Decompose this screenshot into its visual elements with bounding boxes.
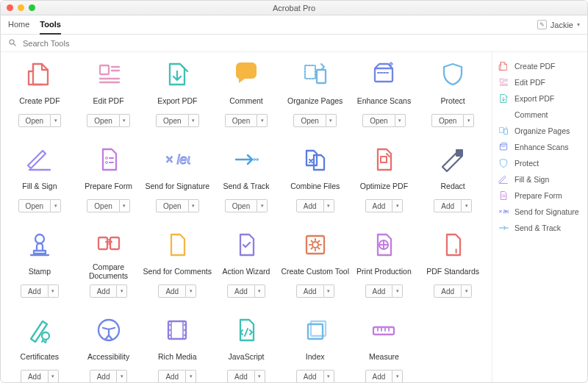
tool-stamp: StampAdd▾ (5, 230, 74, 298)
gear-icon (301, 230, 330, 259)
tool-label: Export PDF (157, 93, 197, 110)
sidebar-item-edit-pdf[interactable]: Edit PDF (497, 74, 583, 90)
tool-pdf-standards: PDF StandardsAdd▾ (418, 230, 487, 298)
tool-action-button[interactable]: Open (18, 199, 51, 212)
search-input[interactable] (23, 39, 580, 48)
tool-label: Combine Files (290, 179, 340, 195)
top-nav: Home Tools ✎ Jackie ▾ (1, 15, 587, 35)
tool-action-menu[interactable]: ▾ (117, 284, 127, 298)
tab-home[interactable]: Home (8, 15, 29, 35)
tool-action-button[interactable]: Open (87, 199, 119, 212)
edit-pdf-icon (498, 77, 509, 87)
tool-action-menu[interactable]: ▾ (255, 284, 265, 298)
tool-action-menu[interactable]: ▾ (324, 284, 334, 298)
tool-action-button[interactable]: Open (225, 114, 257, 127)
tool-action-button[interactable]: Add (158, 284, 186, 298)
tool-action-button[interactable]: Add (21, 284, 49, 298)
tool-custom-tool: Create Custom ToolAdd▾ (281, 230, 350, 298)
tool-enhance-scans: Enhance ScansOpen▾ (350, 60, 419, 127)
tool-label: Stamp (29, 264, 51, 280)
tool-action-button[interactable]: Add (158, 370, 186, 383)
window-title: Acrobat Pro (1, 4, 587, 12)
tool-action-menu[interactable]: ▾ (189, 199, 199, 212)
sidebar-item-prepare-form[interactable]: Prepare Form (497, 187, 583, 204)
tool-action-menu[interactable]: ▾ (392, 370, 403, 383)
redact-icon (438, 145, 467, 174)
sidebar-item-send-signature[interactable]: Send for Signature (497, 204, 583, 220)
tool-label: Measure (369, 349, 399, 365)
tool-action-button[interactable]: Open (18, 114, 51, 127)
sidebar-item-send-track[interactable]: Send & Track (497, 220, 583, 236)
tool-action-menu[interactable]: ▾ (51, 199, 61, 212)
edit-pdf-icon (94, 60, 123, 89)
signature-icon (162, 145, 192, 174)
tool-action-menu[interactable]: ▾ (186, 284, 196, 298)
tool-action-menu[interactable]: ▾ (324, 199, 334, 212)
tool-action-button[interactable]: Add (227, 284, 255, 298)
tool-certificates: CertificatesAdd▾ (5, 315, 74, 383)
tool-action-button[interactable]: Open (362, 114, 395, 127)
tool-action-menu[interactable]: ▾ (395, 114, 406, 127)
tool-action-button[interactable]: Add (365, 370, 393, 383)
tool-action-button[interactable]: Add (296, 199, 324, 212)
tool-action-button[interactable]: Add (365, 284, 393, 298)
tool-comment: CommentOpen▾ (212, 60, 281, 127)
tool-label: Certificates (21, 349, 60, 365)
tool-action-button[interactable]: Open (225, 199, 257, 212)
tool-label: Action Wizard (223, 264, 270, 280)
tool-create-pdf: Create PDFOpen▾ (5, 60, 74, 127)
user-menu[interactable]: ✎ Jackie ▾ (537, 20, 580, 29)
tool-action-menu[interactable]: ▾ (189, 114, 199, 127)
tool-action-menu[interactable]: ▾ (324, 370, 334, 383)
sidebar-item-create-pdf[interactable]: Create PDF (497, 58, 583, 74)
tool-action-button[interactable]: Open (431, 114, 464, 127)
tool-action-menu[interactable]: ▾ (462, 284, 472, 298)
tool-action-menu[interactable]: ▾ (120, 199, 130, 212)
form-icon (498, 190, 509, 201)
export-pdf-icon (162, 60, 192, 89)
tool-action-button[interactable]: Add (296, 370, 324, 383)
tool-action-menu[interactable]: ▾ (255, 370, 265, 383)
sidebar-item-organize-pages[interactable]: Organize Pages (497, 123, 583, 139)
tool-action-menu[interactable]: ▾ (186, 370, 196, 383)
tool-action-menu[interactable]: ▾ (49, 370, 59, 383)
tool-action-menu[interactable]: ▾ (464, 114, 474, 127)
tool-action-button[interactable]: Open (293, 114, 326, 127)
sidebar-item-fill-sign[interactable]: Fill & Sign (497, 171, 583, 187)
search-bar (1, 35, 587, 52)
tool-action-menu[interactable]: ▾ (326, 114, 337, 127)
tool-send-track: Send & TrackOpen▾ (212, 145, 281, 212)
tab-tools[interactable]: Tools (40, 15, 61, 35)
tool-action-menu[interactable]: ▾ (120, 114, 130, 127)
tool-action-menu[interactable]: ▾ (51, 114, 61, 127)
sidebar-item-enhance-scans[interactable]: Enhance Scans (497, 139, 583, 155)
tool-action-button[interactable]: Add (90, 370, 118, 383)
tool-action-button[interactable]: Add (227, 370, 255, 383)
js-icon (232, 315, 261, 345)
tool-action-menu[interactable]: ▾ (257, 199, 268, 212)
tool-action-menu[interactable]: ▾ (392, 284, 403, 298)
sidebar-item-protect[interactable]: Protect (497, 155, 583, 171)
tool-action-button[interactable]: Open (156, 114, 188, 127)
sidebar-item-export-pdf[interactable]: Export PDF (497, 90, 583, 107)
tool-action-wizard: Action WizardAdd▾ (212, 230, 281, 298)
tool-action-button[interactable]: Open (156, 199, 188, 212)
tool-action-button[interactable]: Add (296, 284, 324, 298)
tool-prepare-form: Prepare FormOpen▾ (74, 145, 143, 212)
shield-icon (438, 60, 467, 89)
tool-protect: ProtectOpen▾ (418, 60, 487, 127)
tool-send-comments: Send for CommentsAdd▾ (143, 230, 212, 298)
tool-action-menu[interactable]: ▾ (462, 199, 472, 212)
sidebar-item-label: Enhance Scans (514, 143, 569, 151)
tool-action-button[interactable]: Add (90, 284, 118, 298)
tool-action-button[interactable]: Open (87, 114, 119, 127)
tool-action-button[interactable]: Add (21, 370, 49, 383)
tool-action-button[interactable]: Add (434, 199, 462, 212)
tool-action-menu[interactable]: ▾ (257, 114, 268, 127)
sidebar-item-comment[interactable]: Comment (497, 107, 583, 123)
tool-action-menu[interactable]: ▾ (117, 370, 127, 383)
tool-action-menu[interactable]: ▾ (49, 284, 59, 298)
tool-action-button[interactable]: Add (434, 284, 462, 298)
tool-action-button[interactable]: Add (365, 199, 393, 212)
tool-action-menu[interactable]: ▾ (392, 199, 403, 212)
